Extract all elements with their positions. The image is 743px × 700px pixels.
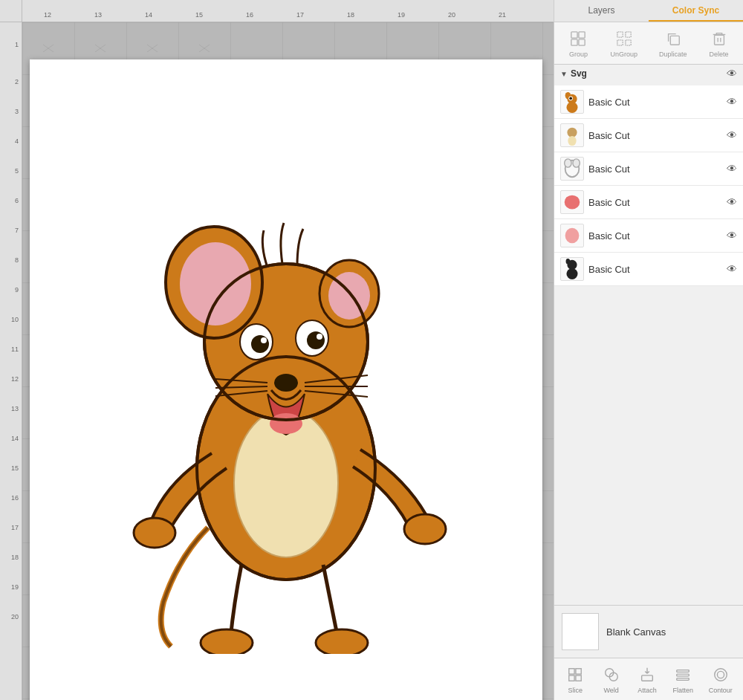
svg-point-53	[565, 228, 580, 244]
svg-rect-58	[576, 669, 581, 674]
svg-rect-31	[579, 32, 585, 38]
svg-rect-60	[576, 675, 581, 681]
svg-parent-row[interactable]: ▼ Svg 👁	[554, 65, 743, 82]
attach-icon	[639, 667, 655, 683]
tab-color-sync[interactable]: Color Sync	[649, 0, 743, 22]
svg-point-17	[270, 413, 302, 434]
layer-eye-icon[interactable]: 👁	[727, 163, 737, 175]
bottom-toolbar: Slice Weld Attach	[554, 658, 743, 700]
weld-button[interactable]: Weld	[597, 663, 626, 696]
layer-thumbnail	[560, 190, 584, 214]
svg-rect-57	[569, 669, 574, 674]
delete-icon	[711, 30, 727, 47]
group-button[interactable]: Group	[563, 27, 593, 59]
layer-row[interactable]: Basic Cut 👁	[554, 85, 743, 119]
svg-rect-33	[579, 39, 585, 45]
svg-point-14	[261, 337, 267, 343]
svg-point-56	[566, 259, 571, 265]
svg-point-15	[317, 334, 322, 340]
layer-thumbnail	[560, 224, 584, 247]
layer-row[interactable]: Basic Cut 👁	[554, 152, 743, 186]
svg-rect-37	[626, 40, 631, 45]
layer-label: Basic Cut	[588, 197, 722, 208]
character-svg	[104, 171, 468, 654]
svg-point-26	[201, 629, 253, 654]
svg-point-50	[565, 159, 571, 167]
svg-rect-64	[677, 670, 690, 673]
layer-thumbnail	[560, 90, 584, 114]
svg-point-51	[573, 159, 580, 167]
svg-point-46	[569, 97, 572, 100]
flatten-button[interactable]: Flatten	[668, 663, 698, 696]
contour-icon	[713, 667, 729, 683]
blank-canvas-label: Blank Canvas	[606, 626, 666, 638]
blank-canvas-thumbnail	[562, 613, 599, 650]
layer-eye-icon[interactable]: 👁	[727, 263, 737, 275]
ruler-top: 12 13 14 15 16 17 18 19 20 21	[22, 0, 554, 22]
svg-point-25	[404, 514, 446, 544]
svg-label: Svg	[571, 68, 724, 79]
layer-thumbnail	[560, 257, 584, 281]
svg-point-43	[567, 102, 578, 113]
layer-eye-icon[interactable]: 👁	[727, 196, 737, 208]
layer-label: Basic Cut	[588, 163, 722, 175]
svg-point-12	[251, 335, 269, 353]
layer-row[interactable]: Basic Cut 👁	[554, 253, 743, 286]
svg-rect-35	[626, 32, 631, 37]
layer-eye-icon[interactable]: 👁	[727, 230, 737, 242]
right-panel: Layers Color Sync Group	[554, 0, 743, 700]
svg-point-24	[134, 518, 175, 548]
svg-rect-59	[569, 675, 574, 681]
layer-row[interactable]: Basic Cut 👁	[554, 119, 743, 152]
tab-bar: Layers Color Sync	[554, 0, 743, 22]
attach-button[interactable]: Attach	[632, 663, 662, 696]
layer-label: Basic Cut	[588, 97, 722, 108]
ungroup-icon	[616, 30, 632, 47]
expand-triangle: ▼	[560, 70, 568, 78]
grid-canvas	[22, 22, 554, 700]
bottom-section: Blank Canvas	[554, 605, 743, 658]
canvas-area: 12 13 14 15 16 17 18 19 20 21 1 2 3 4 5 …	[0, 0, 554, 700]
slice-button[interactable]: Slice	[560, 663, 590, 696]
svg-point-67	[715, 669, 727, 681]
svg-point-52	[565, 195, 580, 210]
ruler-left: 1 2 3 4 5 6 7 8 9 10 11 12 13 14 15 16 1…	[0, 22, 22, 700]
slice-icon	[567, 667, 583, 683]
duplicate-icon	[665, 30, 681, 47]
ruler-corner	[0, 0, 22, 22]
svg-point-68	[717, 671, 724, 678]
layer-label: Basic Cut	[588, 264, 722, 275]
svg-point-7	[180, 242, 251, 325]
ungroup-button[interactable]: UnGroup	[606, 27, 642, 59]
layer-eye-icon[interactable]: 👁	[727, 129, 737, 141]
svg-rect-34	[617, 32, 623, 37]
tab-layers[interactable]: Layers	[554, 0, 649, 22]
layer-eye-icon[interactable]: 👁	[727, 96, 737, 108]
contour-button[interactable]: Contour	[704, 663, 737, 696]
layer-label: Basic Cut	[588, 230, 722, 242]
svg-point-13	[307, 331, 325, 349]
svg-rect-38	[670, 36, 679, 45]
svg-point-48	[568, 136, 576, 146]
toolbar-row: Group UnGroup Duplicate	[554, 22, 743, 65]
svg-rect-63	[642, 675, 653, 681]
svg-point-47	[567, 128, 577, 137]
layers-list: Basic Cut 👁 Basic Cut 👁	[554, 82, 743, 605]
white-canvas	[30, 59, 542, 700]
svg-rect-32	[571, 39, 577, 45]
layer-label: Basic Cut	[588, 130, 722, 141]
layer-row[interactable]: Basic Cut 👁	[554, 186, 743, 219]
svg-rect-65	[677, 674, 690, 676]
layer-thumbnail	[560, 157, 584, 181]
duplicate-button[interactable]: Duplicate	[655, 27, 692, 59]
svg-point-16	[274, 374, 298, 392]
svg-eye-icon[interactable]: 👁	[727, 68, 737, 80]
layer-row[interactable]: Basic Cut 👁	[554, 219, 743, 253]
svg-point-27	[316, 629, 368, 654]
flatten-icon	[675, 667, 691, 683]
svg-rect-39	[714, 35, 724, 45]
delete-button[interactable]: Delete	[704, 27, 734, 59]
weld-icon	[603, 667, 620, 683]
svg-rect-30	[571, 32, 577, 38]
layer-thumbnail	[560, 123, 584, 147]
